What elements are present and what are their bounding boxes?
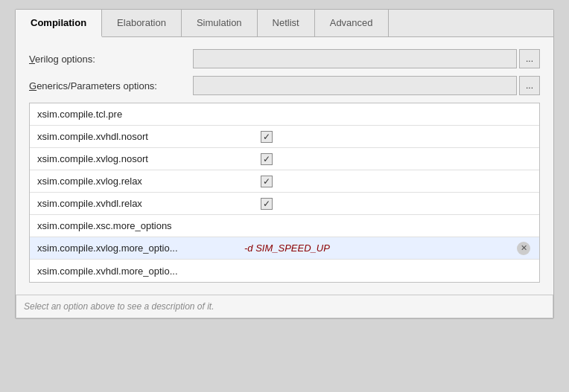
generics-input[interactable] <box>193 76 517 95</box>
checkbox-container <box>244 176 289 187</box>
generics-browse-button[interactable]: ... <box>519 76 540 95</box>
verilog-input[interactable] <box>193 49 517 68</box>
content-area: Verilog options: ... Generics/Parameters… <box>16 37 553 295</box>
option-value <box>238 172 539 191</box>
tab-bar: Compilation Elaboration Simulation Netli… <box>16 10 553 37</box>
checkbox-xvlog-relax[interactable] <box>261 176 273 187</box>
verilog-options-row: Verilog options: ... <box>29 49 540 68</box>
tab-compilation[interactable]: Compilation <box>16 10 102 37</box>
status-bar: Select an option above to see a descript… <box>16 295 553 318</box>
clear-value-button[interactable]: ✕ <box>517 242 530 255</box>
option-name: xsim.compile.xvhdl.nosort <box>30 127 238 146</box>
checkbox-container <box>244 198 289 210</box>
tab-elaboration[interactable]: Elaboration <box>102 10 182 36</box>
table-row[interactable]: xsim.compile.xvhdl.more_optio... <box>30 260 539 282</box>
option-value <box>238 267 539 274</box>
verilog-label: Verilog options: <box>29 54 193 65</box>
main-container: Compilation Elaboration Simulation Netli… <box>0 0 569 392</box>
table-row[interactable]: xsim.compile.xvhdl.nosort <box>30 126 539 148</box>
checkbox-xvhdl-nosort[interactable] <box>261 131 273 143</box>
generics-label: Generics/Parameters options: <box>29 80 193 91</box>
table-row[interactable]: xsim.compile.xsc.more_options <box>30 215 539 237</box>
option-name: xsim.compile.xvlog.more_optio... <box>30 239 238 257</box>
option-name: xsim.compile.xvlog.relax <box>30 172 238 190</box>
generics-options-row: Generics/Parameters options: ... <box>29 76 540 95</box>
table-row[interactable]: xsim.compile.xvlog.relax <box>30 170 539 193</box>
tab-netlist[interactable]: Netlist <box>258 10 315 36</box>
option-value <box>238 222 539 230</box>
checkbox-container <box>244 153 289 165</box>
option-name: xsim.compile.xvhdl.more_optio... <box>30 262 238 280</box>
table-row[interactable]: xsim.compile.xvlog.more_optio... -d SIM_… <box>30 237 539 260</box>
option-value <box>238 111 539 118</box>
table-row[interactable]: xsim.compile.xvhdl.relax <box>30 193 539 215</box>
table-row[interactable]: xsim.compile.tcl.pre <box>30 103 539 126</box>
tab-simulation[interactable]: Simulation <box>182 10 258 36</box>
table-row[interactable]: xsim.compile.xvlog.nosort <box>30 148 539 170</box>
options-table: xsim.compile.tcl.pre xsim.compile.xvhdl.… <box>29 103 540 283</box>
checkbox-xvlog-nosort[interactable] <box>261 153 273 165</box>
option-value: -d SIM_SPEED_UP ✕ <box>238 238 539 259</box>
option-value <box>238 150 539 169</box>
verilog-browse-button[interactable]: ... <box>519 49 540 68</box>
tab-advanced[interactable]: Advanced <box>315 10 389 36</box>
option-text-value: -d SIM_SPEED_UP <box>244 242 330 254</box>
option-name: xsim.compile.tcl.pre <box>30 105 238 123</box>
option-name: xsim.compile.xvhdl.relax <box>30 194 238 213</box>
option-value <box>238 127 539 147</box>
tab-container: Compilation Elaboration Simulation Netli… <box>15 9 554 319</box>
option-name: xsim.compile.xvlog.nosort <box>30 150 238 168</box>
option-value <box>238 194 539 213</box>
checkbox-container <box>244 131 289 143</box>
option-name: xsim.compile.xsc.more_options <box>30 216 238 235</box>
checkbox-xvhdl-relax[interactable] <box>261 198 273 210</box>
